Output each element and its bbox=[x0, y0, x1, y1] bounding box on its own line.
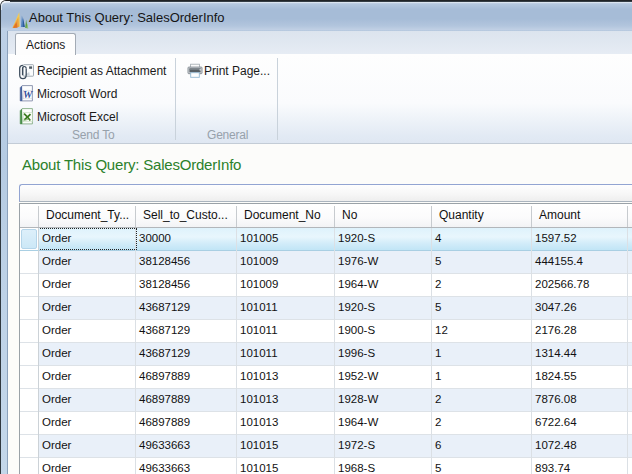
svg-text:W: W bbox=[23, 89, 33, 100]
